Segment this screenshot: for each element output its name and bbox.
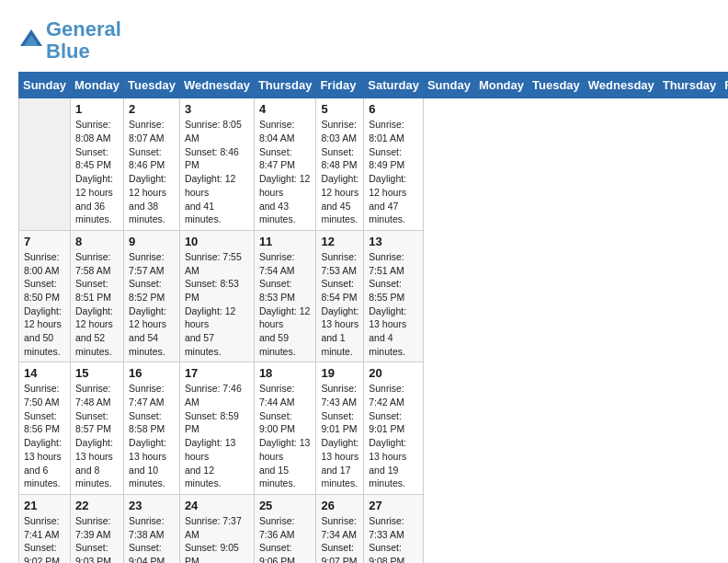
logo-text: General Blue [46, 18, 121, 63]
calendar-cell: 7Sunrise: 8:00 AMSunset: 8:50 PMDaylight… [19, 230, 71, 362]
day-info: Sunrise: 7:58 AMSunset: 8:51 PMDaylight:… [75, 250, 119, 359]
day-info: Sunrise: 7:51 AMSunset: 8:55 PMDaylight:… [369, 250, 418, 359]
day-header-friday: Friday [316, 73, 364, 98]
calendar-cell: 25Sunrise: 7:36 AMSunset: 9:06 PMDayligh… [254, 494, 316, 563]
day-info: Sunrise: 7:42 AMSunset: 9:01 PMDaylight:… [369, 382, 418, 490]
calendar-cell: 26Sunrise: 7:34 AMSunset: 9:07 PMDayligh… [316, 494, 364, 563]
day-header-tuesday: Tuesday [529, 73, 585, 98]
day-header-thursday: Thursday [658, 73, 721, 98]
day-info: Sunrise: 7:48 AMSunset: 8:57 PMDaylight:… [75, 382, 119, 490]
calendar-week-row: 14Sunrise: 7:50 AMSunset: 8:56 PMDayligh… [19, 362, 729, 495]
day-number: 16 [129, 366, 175, 380]
calendar-cell: 19Sunrise: 7:43 AMSunset: 9:01 PMDayligh… [316, 362, 364, 495]
day-info: Sunrise: 7:41 AMSunset: 9:02 PMDaylight:… [24, 514, 65, 563]
calendar-cell: 5Sunrise: 8:03 AMSunset: 8:48 PMDaylight… [316, 98, 364, 231]
day-number: 25 [259, 499, 312, 512]
day-info: Sunrise: 8:04 AMSunset: 8:47 PMDaylight:… [259, 118, 312, 226]
day-header-tuesday: Tuesday [124, 73, 180, 98]
day-info: Sunrise: 7:57 AMSunset: 8:52 PMDaylight:… [129, 250, 175, 359]
calendar-cell: 22Sunrise: 7:39 AMSunset: 9:03 PMDayligh… [70, 494, 123, 563]
calendar-cell: 3Sunrise: 8:05 AMSunset: 8:46 PMDaylight… [179, 98, 254, 231]
calendar-cell: 21Sunrise: 7:41 AMSunset: 9:02 PMDayligh… [19, 494, 71, 563]
calendar-cell: 1Sunrise: 8:08 AMSunset: 8:45 PMDaylight… [70, 98, 123, 231]
day-number: 17 [185, 366, 249, 380]
day-header-sunday: Sunday [423, 73, 474, 98]
calendar-cell: 23Sunrise: 7:38 AMSunset: 9:04 PMDayligh… [124, 494, 180, 563]
day-info: Sunrise: 7:54 AMSunset: 8:53 PMDaylight:… [259, 250, 312, 359]
calendar-cell: 11Sunrise: 7:54 AMSunset: 8:53 PMDayligh… [254, 230, 316, 362]
day-info: Sunrise: 7:55 AMSunset: 8:53 PMDaylight:… [185, 250, 249, 359]
day-number: 23 [129, 499, 175, 512]
day-header-saturday: Saturday [364, 73, 424, 98]
calendar-week-row: 21Sunrise: 7:41 AMSunset: 9:02 PMDayligh… [19, 494, 729, 563]
day-number: 9 [129, 235, 175, 248]
day-info: Sunrise: 7:34 AMSunset: 9:07 PMDaylight:… [321, 514, 358, 563]
calendar-cell: 15Sunrise: 7:48 AMSunset: 8:57 PMDayligh… [70, 362, 123, 495]
day-number: 4 [259, 102, 312, 116]
day-number: 12 [321, 235, 358, 248]
day-info: Sunrise: 8:05 AMSunset: 8:46 PMDaylight:… [185, 118, 249, 226]
day-info: Sunrise: 7:37 AMSunset: 9:05 PMDaylight:… [185, 514, 249, 563]
day-info: Sunrise: 7:36 AMSunset: 9:06 PMDaylight:… [259, 514, 312, 563]
day-number: 19 [321, 366, 358, 380]
day-info: Sunrise: 7:50 AMSunset: 8:56 PMDaylight:… [24, 382, 65, 490]
day-number: 11 [259, 235, 312, 248]
day-number: 18 [259, 366, 312, 380]
day-number: 15 [75, 366, 119, 380]
day-number: 14 [24, 366, 65, 380]
day-header-sunday: Sunday [19, 73, 71, 98]
calendar-cell: 4Sunrise: 8:04 AMSunset: 8:47 PMDaylight… [254, 98, 316, 231]
day-header-thursday: Thursday [254, 73, 316, 98]
day-number: 5 [321, 102, 358, 116]
calendar-cell: 20Sunrise: 7:42 AMSunset: 9:01 PMDayligh… [364, 362, 424, 495]
day-info: Sunrise: 8:00 AMSunset: 8:50 PMDaylight:… [24, 250, 65, 359]
day-number: 10 [185, 235, 249, 248]
day-number: 6 [369, 102, 418, 116]
calendar-table: SundayMondayTuesdayWednesdayThursdayFrid… [18, 72, 728, 563]
day-header-monday: Monday [474, 73, 528, 98]
calendar-cell: 2Sunrise: 8:07 AMSunset: 8:46 PMDaylight… [124, 98, 180, 231]
day-number: 22 [75, 499, 119, 512]
day-info: Sunrise: 8:03 AMSunset: 8:48 PMDaylight:… [321, 118, 358, 226]
day-number: 24 [185, 499, 249, 512]
calendar-cell: 9Sunrise: 7:57 AMSunset: 8:52 PMDaylight… [124, 230, 180, 362]
calendar-cell: 6Sunrise: 8:01 AMSunset: 8:49 PMDaylight… [364, 98, 424, 231]
day-number: 20 [369, 366, 418, 380]
day-info: Sunrise: 8:07 AMSunset: 8:46 PMDaylight:… [129, 118, 175, 226]
day-number: 27 [369, 499, 418, 512]
day-info: Sunrise: 7:43 AMSunset: 9:01 PMDaylight:… [321, 382, 358, 490]
day-number: 1 [75, 102, 119, 116]
day-info: Sunrise: 8:01 AMSunset: 8:49 PMDaylight:… [369, 118, 418, 226]
calendar-cell: 18Sunrise: 7:44 AMSunset: 9:00 PMDayligh… [254, 362, 316, 495]
day-number: 13 [369, 235, 418, 248]
day-info: Sunrise: 7:33 AMSunset: 9:08 PMDaylight:… [369, 514, 418, 563]
day-info: Sunrise: 7:53 AMSunset: 8:54 PMDaylight:… [321, 250, 358, 359]
day-header-wednesday: Wednesday [179, 73, 254, 98]
calendar-cell: 13Sunrise: 7:51 AMSunset: 8:55 PMDayligh… [364, 230, 424, 362]
day-header-wednesday: Wednesday [584, 73, 658, 98]
logo-icon [18, 28, 44, 53]
day-info: Sunrise: 7:47 AMSunset: 8:58 PMDaylight:… [129, 382, 175, 490]
calendar-week-row: 1Sunrise: 8:08 AMSunset: 8:45 PMDaylight… [19, 98, 729, 231]
calendar-cell: 14Sunrise: 7:50 AMSunset: 8:56 PMDayligh… [19, 362, 71, 495]
day-number: 8 [75, 235, 119, 248]
logo: General Blue [18, 18, 121, 63]
day-number: 7 [24, 235, 65, 248]
day-info: Sunrise: 8:08 AMSunset: 8:45 PMDaylight:… [75, 118, 119, 226]
calendar-cell: 24Sunrise: 7:37 AMSunset: 9:05 PMDayligh… [179, 494, 254, 563]
day-number: 2 [129, 102, 175, 116]
day-info: Sunrise: 7:46 AMSunset: 8:59 PMDaylight:… [185, 382, 249, 490]
calendar-cell: 27Sunrise: 7:33 AMSunset: 9:08 PMDayligh… [364, 494, 424, 563]
day-header-friday: Friday [721, 73, 728, 98]
day-info: Sunrise: 7:39 AMSunset: 9:03 PMDaylight:… [75, 514, 119, 563]
day-header-monday: Monday [70, 73, 123, 98]
calendar-cell: 17Sunrise: 7:46 AMSunset: 8:59 PMDayligh… [179, 362, 254, 495]
calendar-cell: 12Sunrise: 7:53 AMSunset: 8:54 PMDayligh… [316, 230, 364, 362]
day-info: Sunrise: 7:44 AMSunset: 9:00 PMDaylight:… [259, 382, 312, 490]
calendar-cell: 16Sunrise: 7:47 AMSunset: 8:58 PMDayligh… [124, 362, 180, 495]
day-number: 26 [321, 499, 358, 512]
calendar-week-row: 7Sunrise: 8:00 AMSunset: 8:50 PMDaylight… [19, 230, 729, 362]
page-header: General Blue [18, 18, 710, 63]
calendar-cell [19, 98, 71, 231]
day-info: Sunrise: 7:38 AMSunset: 9:04 PMDaylight:… [129, 514, 175, 563]
